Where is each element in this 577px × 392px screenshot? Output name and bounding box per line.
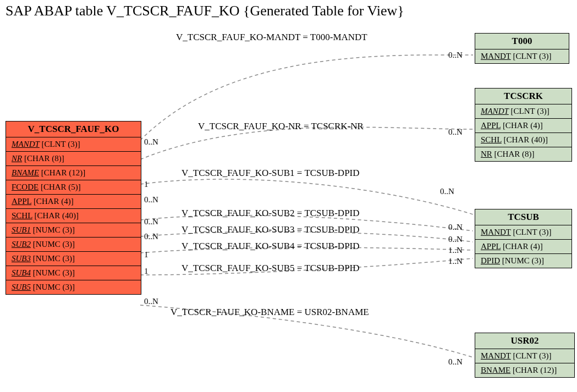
cardinality: 1..N [448,257,463,266]
cardinality: 0..N [448,235,463,244]
rel-label: V_TCSCR_FAUF_KO-SUB3 = TCSUB-DPID [182,224,360,235]
rel-label: V_TCSCR_FAUF_KO-NR = TCSCRK-NR [198,121,364,132]
cardinality: 0..N [440,187,454,196]
rel-label: V_TCSCR_FAUF_KO-SUB2 = TCSUB-DPID [182,208,360,219]
entity-main-row: MANDT [CLNT (3)] [6,137,141,152]
entity-usr02-row: MANDT [CLNT (3)] [475,349,574,363]
entity-tcsub-row: DPID [NUMC (3)] [475,254,571,268]
entity-tcsub-row: MANDT [CLNT (3)] [475,225,571,240]
entity-main-row: APPL [CHAR (4)] [6,195,141,209]
rel-label: V_TCSCR_FAUF_KO-SUB1 = TCSUB-DPID [182,168,360,179]
entity-t000: T000 MANDT [CLNT (3)] [475,33,569,64]
cardinality: 0..N [144,232,158,241]
cardinality: 1 [144,250,149,260]
entity-main-header: V_TCSCR_FAUF_KO [6,122,141,137]
entity-main-row: SUB3 [NUMC (3)] [6,252,141,266]
entity-main-row: SUB2 [NUMC (3)] [6,238,141,252]
cardinality: 0..N [144,195,158,205]
entity-tcscrk: TCSCRK MANDT [CLNT (3)] APPL [CHAR (4)] … [475,88,572,162]
page-title: SAP ABAP table V_TCSCR_FAUF_KO {Generate… [6,3,404,19]
cardinality: 1 [144,180,149,189]
entity-t000-header: T000 [475,34,569,49]
entity-usr02: USR02 MANDT [CLNT (3)] BNAME [CHAR (12)] [475,333,575,378]
entity-main-row: SUB5 [NUMC (3)] [6,280,141,294]
rel-label: V_TCSCR_FAUF_KO-BNAME = USR02-BNAME [171,307,369,318]
entity-tcscrk-row: NR [CHAR (8)] [475,147,571,161]
entity-main-row: SCHL [CHAR (40)] [6,209,141,223]
entity-main-row: SUB4 [NUMC (3)] [6,266,141,280]
cardinality: 0..N [144,297,158,306]
entity-tcscrk-header: TCSCRK [475,89,571,104]
cardinality: 0..N [144,137,158,147]
cardinality: 0..N [448,51,463,60]
entity-main: V_TCSCR_FAUF_KO MANDT [CLNT (3)] NR [CHA… [6,121,141,295]
entity-main-row: FCODE [CHAR (5)] [6,180,141,195]
rel-label: V_TCSCR_FAUF_KO-SUB4 = TCSUB-DPID [182,241,360,252]
rel-label: V_TCSCR_FAUF_KO-MANDT = T000-MANDT [176,32,367,43]
rel-label: V_TCSCR_FAUF_KO-SUB5 = TCSUB-DPID [182,263,360,274]
entity-t000-row: MANDT [CLNT (3)] [475,49,569,63]
entity-usr02-header: USR02 [475,333,574,349]
cardinality: 0..N [144,217,158,227]
entity-main-row: BNAME [CHAR (12)] [6,166,141,180]
cardinality: 0..N [448,128,463,137]
cardinality: 0..N [448,357,463,367]
cardinality: 1..N [448,246,463,255]
cardinality: 0..N [448,223,463,232]
entity-tcsub-header: TCSUB [475,209,571,225]
entity-tcscrk-row: MANDT [CLNT (3)] [475,104,571,119]
entity-tcscrk-row: SCHL [CHAR (40)] [475,133,571,147]
entity-usr02-row: BNAME [CHAR (12)] [475,363,574,377]
entity-main-row: SUB1 [NUMC (3)] [6,223,141,238]
entity-tcsub-row: APPL [CHAR (4)] [475,240,571,254]
entity-main-row: NR [CHAR (8)] [6,152,141,166]
entity-tcscrk-row: APPL [CHAR (4)] [475,119,571,133]
entity-tcsub: TCSUB MANDT [CLNT (3)] APPL [CHAR (4)] D… [475,209,572,268]
cardinality: 1 [144,267,149,276]
